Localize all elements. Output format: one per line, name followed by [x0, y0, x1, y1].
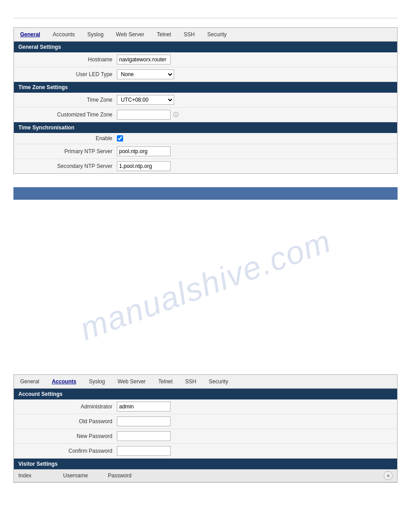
- custom-timezone-row: Customized Time Zone ⓘ: [14, 107, 397, 122]
- timezone-settings-header: Time Zone Settings: [14, 82, 397, 93]
- timezone-row: Time Zone UTC+08:00 UTC+00:00 UTC-05:00: [14, 93, 397, 107]
- enable-checkbox[interactable]: [117, 135, 123, 142]
- tab-webserver-2[interactable]: Web Server: [116, 378, 147, 386]
- tab-accounts-1[interactable]: Accounts: [51, 30, 77, 39]
- secondary-ntp-label: Secondary NTP Server: [18, 163, 117, 169]
- hostname-label: Hostname: [18, 56, 117, 63]
- visitor-table-header: Index Username Password +: [14, 469, 397, 482]
- tab-syslog-1[interactable]: Syslog: [86, 30, 105, 39]
- tab-security-1[interactable]: Security: [206, 30, 228, 39]
- old-password-label: Old Password: [18, 418, 117, 425]
- administrator-label: Administrator: [18, 403, 117, 410]
- custom-timezone-help-icon: ⓘ: [173, 111, 179, 119]
- tab-ssh-1[interactable]: SSH: [182, 30, 197, 39]
- watermark-container: manualshive.com: [13, 200, 398, 370]
- user-led-select[interactable]: None Custom: [117, 69, 174, 79]
- secondary-ntp-row: Secondary NTP Server: [14, 159, 397, 173]
- timezone-select[interactable]: UTC+08:00 UTC+00:00 UTC-05:00: [117, 95, 174, 105]
- tab-general-2[interactable]: General: [18, 378, 41, 386]
- general-settings-header: General Settings: [14, 42, 397, 52]
- visitor-col-index: Index: [18, 472, 63, 479]
- tab-general-1[interactable]: General: [18, 30, 42, 39]
- tab-syslog-2[interactable]: Syslog: [87, 378, 107, 386]
- visitor-col-username: Username: [63, 472, 108, 479]
- user-led-label: User LED Type: [18, 71, 117, 77]
- administrator-row: Administrator: [14, 399, 397, 414]
- custom-timezone-label: Customized Time Zone: [18, 112, 117, 118]
- enable-row: Enable: [14, 133, 397, 144]
- new-password-row: New Password: [14, 429, 397, 444]
- confirm-password-label: Confirm Password: [18, 448, 117, 454]
- old-password-row: Old Password: [14, 414, 397, 429]
- primary-ntp-row: Primary NTP Server: [14, 144, 397, 159]
- tab-security-2[interactable]: Security: [207, 378, 230, 386]
- tab-telnet-2[interactable]: Telnet: [157, 378, 175, 386]
- visitor-settings-header: Visitor Settings: [14, 459, 397, 469]
- confirm-password-row: Confirm Password: [14, 444, 397, 459]
- primary-ntp-label: Primary NTP Server: [18, 148, 117, 154]
- visitor-add-button[interactable]: +: [384, 471, 393, 480]
- hostname-row: Hostname: [14, 52, 397, 67]
- watermark-text: manualshive.com: [75, 223, 336, 348]
- top-divider: [13, 18, 398, 18]
- panel-general: General Accounts Syslog Web Server Telne…: [13, 27, 398, 174]
- hostname-input[interactable]: [117, 55, 171, 64]
- custom-timezone-input[interactable]: [117, 110, 171, 120]
- administrator-input[interactable]: [117, 402, 171, 412]
- primary-ntp-input[interactable]: [117, 146, 171, 156]
- secondary-ntp-input[interactable]: [117, 161, 171, 171]
- new-password-label: New Password: [18, 433, 117, 439]
- tab-nav-accounts: General Accounts Syslog Web Server Telne…: [14, 375, 397, 389]
- blue-bar: [13, 187, 398, 200]
- panel-accounts: General Accounts Syslog Web Server Telne…: [13, 374, 398, 483]
- time-sync-header: Time Synchronisation: [14, 122, 397, 133]
- confirm-password-input[interactable]: [117, 446, 171, 456]
- tab-accounts-2[interactable]: Accounts: [50, 378, 78, 386]
- tab-webserver-1[interactable]: Web Server: [114, 30, 146, 39]
- tab-nav-general: General Accounts Syslog Web Server Telne…: [14, 28, 397, 42]
- old-password-input[interactable]: [117, 416, 171, 426]
- visitor-col-password: Password: [108, 472, 153, 479]
- timezone-label: Time Zone: [18, 97, 117, 103]
- new-password-input[interactable]: [117, 431, 171, 441]
- enable-label: Enable: [18, 135, 117, 142]
- tab-telnet-1[interactable]: Telnet: [155, 30, 173, 39]
- tab-ssh-2[interactable]: SSH: [184, 378, 198, 386]
- account-settings-header: Account Settings: [14, 389, 397, 399]
- user-led-row: User LED Type None Custom: [14, 67, 397, 82]
